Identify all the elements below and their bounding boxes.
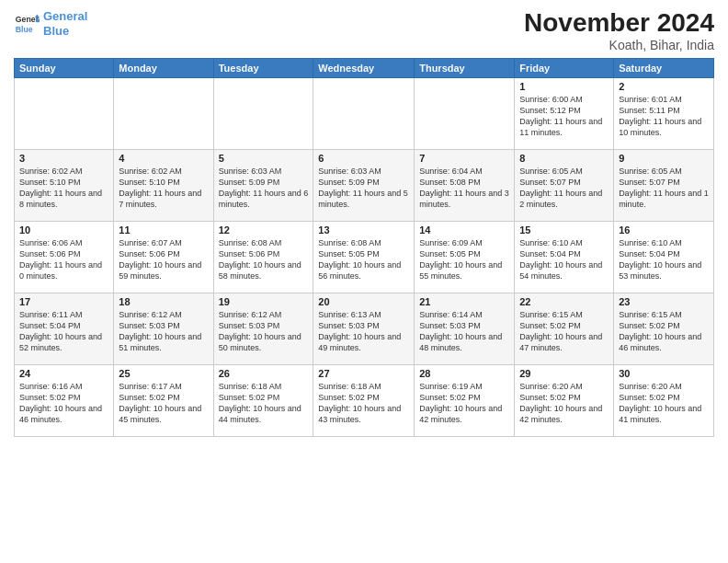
calendar-cell: 2Sunrise: 6:01 AM Sunset: 5:11 PM Daylig… [614, 77, 714, 149]
calendar-cell: 9Sunrise: 6:05 AM Sunset: 5:07 PM Daylig… [614, 149, 714, 221]
day-number: 12 [219, 224, 309, 236]
day-info: Sunrise: 6:01 AM Sunset: 5:11 PM Dayligh… [619, 94, 709, 139]
day-number: 15 [519, 224, 609, 236]
day-number: 20 [318, 296, 409, 307]
calendar-cell [213, 77, 313, 149]
calendar-header-row: SundayMondayTuesdayWednesdayThursdayFrid… [15, 58, 714, 77]
calendar-cell [313, 77, 415, 149]
day-number: 10 [19, 224, 108, 236]
calendar-cell: 16Sunrise: 6:10 AM Sunset: 5:04 PM Dayli… [614, 221, 714, 293]
header: General Blue General Blue November 2024 … [14, 9, 714, 52]
day-info: Sunrise: 6:15 AM Sunset: 5:02 PM Dayligh… [619, 309, 709, 354]
day-info: Sunrise: 6:14 AM Sunset: 5:03 PM Dayligh… [419, 309, 509, 354]
day-info: Sunrise: 6:00 AM Sunset: 5:12 PM Dayligh… [519, 94, 609, 139]
calendar-cell: 20Sunrise: 6:13 AM Sunset: 5:03 PM Dayli… [313, 293, 415, 364]
calendar-cell: 24Sunrise: 6:16 AM Sunset: 5:02 PM Dayli… [15, 364, 114, 436]
calendar-cell: 14Sunrise: 6:09 AM Sunset: 5:05 PM Dayli… [415, 221, 515, 293]
day-number: 13 [318, 224, 409, 236]
day-info: Sunrise: 6:16 AM Sunset: 5:02 PM Dayligh… [19, 381, 108, 426]
calendar-week-row: 24Sunrise: 6:16 AM Sunset: 5:02 PM Dayli… [15, 364, 714, 436]
day-number: 3 [19, 153, 108, 164]
day-info: Sunrise: 6:04 AM Sunset: 5:08 PM Dayligh… [419, 166, 509, 211]
calendar-week-row: 1Sunrise: 6:00 AM Sunset: 5:12 PM Daylig… [15, 77, 714, 149]
day-number: 29 [519, 368, 609, 379]
day-number: 14 [419, 224, 509, 236]
day-info: Sunrise: 6:08 AM Sunset: 5:06 PM Dayligh… [219, 237, 309, 282]
calendar-cell: 7Sunrise: 6:04 AM Sunset: 5:08 PM Daylig… [415, 149, 515, 221]
day-info: Sunrise: 6:02 AM Sunset: 5:10 PM Dayligh… [119, 166, 208, 211]
day-number: 28 [419, 368, 509, 379]
calendar-cell: 1Sunrise: 6:00 AM Sunset: 5:12 PM Daylig… [515, 77, 614, 149]
day-number: 16 [619, 224, 709, 236]
day-number: 19 [219, 296, 309, 307]
calendar-week-row: 10Sunrise: 6:06 AM Sunset: 5:06 PM Dayli… [15, 221, 714, 293]
calendar-cell: 8Sunrise: 6:05 AM Sunset: 5:07 PM Daylig… [515, 149, 614, 221]
calendar-cell: 13Sunrise: 6:08 AM Sunset: 5:05 PM Dayli… [313, 221, 415, 293]
day-number: 30 [619, 368, 709, 379]
month-title: November 2024 [524, 9, 714, 38]
calendar-cell: 21Sunrise: 6:14 AM Sunset: 5:03 PM Dayli… [415, 293, 515, 364]
calendar-cell: 19Sunrise: 6:12 AM Sunset: 5:03 PM Dayli… [213, 293, 313, 364]
day-info: Sunrise: 6:18 AM Sunset: 5:02 PM Dayligh… [219, 381, 309, 426]
day-info: Sunrise: 6:13 AM Sunset: 5:03 PM Dayligh… [318, 309, 409, 354]
day-number: 23 [619, 296, 709, 307]
day-info: Sunrise: 6:06 AM Sunset: 5:06 PM Dayligh… [19, 237, 108, 282]
calendar-cell: 22Sunrise: 6:15 AM Sunset: 5:02 PM Dayli… [515, 293, 614, 364]
day-number: 18 [119, 296, 208, 307]
day-info: Sunrise: 6:20 AM Sunset: 5:02 PM Dayligh… [619, 381, 709, 426]
day-number: 1 [519, 81, 609, 92]
weekday-header: Wednesday [313, 58, 415, 77]
calendar-cell: 10Sunrise: 6:06 AM Sunset: 5:06 PM Dayli… [15, 221, 114, 293]
svg-text:Blue: Blue [16, 24, 33, 33]
calendar-cell: 23Sunrise: 6:15 AM Sunset: 5:02 PM Dayli… [614, 293, 714, 364]
location-subtitle: Koath, Bihar, India [524, 38, 714, 52]
day-info: Sunrise: 6:20 AM Sunset: 5:02 PM Dayligh… [519, 381, 609, 426]
calendar-cell: 25Sunrise: 6:17 AM Sunset: 5:02 PM Dayli… [114, 364, 213, 436]
day-number: 5 [219, 153, 309, 164]
logo-icon: General Blue [14, 11, 40, 37]
day-info: Sunrise: 6:03 AM Sunset: 5:09 PM Dayligh… [219, 166, 309, 211]
calendar-cell: 17Sunrise: 6:11 AM Sunset: 5:04 PM Dayli… [15, 293, 114, 364]
day-info: Sunrise: 6:08 AM Sunset: 5:05 PM Dayligh… [318, 237, 409, 282]
calendar-cell [15, 77, 114, 149]
weekday-header: Thursday [415, 58, 515, 77]
day-info: Sunrise: 6:07 AM Sunset: 5:06 PM Dayligh… [119, 237, 208, 282]
day-number: 27 [318, 368, 409, 379]
day-info: Sunrise: 6:19 AM Sunset: 5:02 PM Dayligh… [419, 381, 509, 426]
title-block: November 2024 Koath, Bihar, India [524, 9, 714, 52]
calendar-cell: 29Sunrise: 6:20 AM Sunset: 5:02 PM Dayli… [515, 364, 614, 436]
day-info: Sunrise: 6:05 AM Sunset: 5:07 PM Dayligh… [519, 166, 609, 211]
day-info: Sunrise: 6:10 AM Sunset: 5:04 PM Dayligh… [619, 237, 709, 282]
calendar-cell: 15Sunrise: 6:10 AM Sunset: 5:04 PM Dayli… [515, 221, 614, 293]
calendar-cell [114, 77, 213, 149]
calendar-cell: 18Sunrise: 6:12 AM Sunset: 5:03 PM Dayli… [114, 293, 213, 364]
calendar-cell [415, 77, 515, 149]
day-info: Sunrise: 6:12 AM Sunset: 5:03 PM Dayligh… [119, 309, 208, 354]
weekday-header: Sunday [15, 58, 114, 77]
day-number: 9 [619, 153, 709, 164]
weekday-header: Monday [114, 58, 213, 77]
calendar-cell: 3Sunrise: 6:02 AM Sunset: 5:10 PM Daylig… [15, 149, 114, 221]
calendar-cell: 28Sunrise: 6:19 AM Sunset: 5:02 PM Dayli… [415, 364, 515, 436]
calendar-cell: 30Sunrise: 6:20 AM Sunset: 5:02 PM Dayli… [614, 364, 714, 436]
calendar-week-row: 17Sunrise: 6:11 AM Sunset: 5:04 PM Dayli… [15, 293, 714, 364]
day-info: Sunrise: 6:03 AM Sunset: 5:09 PM Dayligh… [318, 166, 409, 211]
day-info: Sunrise: 6:10 AM Sunset: 5:04 PM Dayligh… [519, 237, 609, 282]
weekday-header: Friday [515, 58, 614, 77]
day-number: 26 [219, 368, 309, 379]
day-number: 7 [419, 153, 509, 164]
weekday-header: Saturday [614, 58, 714, 77]
calendar-cell: 26Sunrise: 6:18 AM Sunset: 5:02 PM Dayli… [213, 364, 313, 436]
day-number: 21 [419, 296, 509, 307]
day-number: 2 [619, 81, 709, 92]
calendar-cell: 4Sunrise: 6:02 AM Sunset: 5:10 PM Daylig… [114, 149, 213, 221]
day-number: 4 [119, 153, 208, 164]
logo-text: General Blue [43, 9, 87, 38]
day-number: 22 [519, 296, 609, 307]
day-number: 11 [119, 224, 208, 236]
day-info: Sunrise: 6:02 AM Sunset: 5:10 PM Dayligh… [19, 166, 108, 211]
day-info: Sunrise: 6:17 AM Sunset: 5:02 PM Dayligh… [119, 381, 208, 426]
logo: General Blue General Blue [14, 9, 87, 38]
day-info: Sunrise: 6:12 AM Sunset: 5:03 PM Dayligh… [219, 309, 309, 354]
calendar-table: SundayMondayTuesdayWednesdayThursdayFrid… [14, 58, 714, 437]
